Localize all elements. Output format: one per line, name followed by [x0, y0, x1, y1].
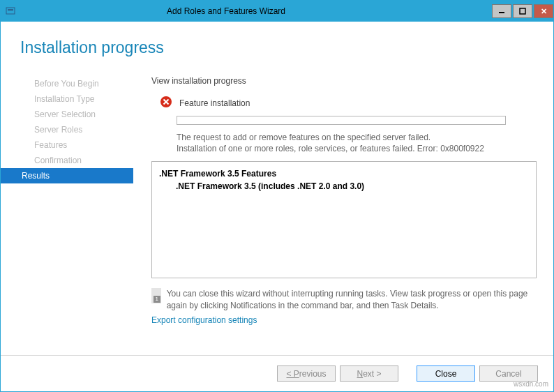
- watermark: wsxdn.com: [514, 380, 548, 388]
- sidebar-item-results[interactable]: Results: [1, 168, 133, 183]
- window-controls: ✕: [491, 4, 553, 18]
- footer: < Previous Next > Close Cancel: [1, 355, 553, 391]
- error-line-2: Installation of one or more roles, role …: [177, 144, 484, 153]
- previous-button: < Previous: [277, 365, 336, 382]
- close-button[interactable]: ✕: [534, 4, 553, 18]
- svg-rect-4: [520, 8, 525, 14]
- error-line-1: The request to add or remove features on…: [177, 133, 431, 142]
- feature-parent: .NET Framework 3.5 Features: [159, 169, 276, 179]
- page-heading: Installation progress: [1, 22, 553, 66]
- info-text: You can close this wizard without interr…: [167, 288, 537, 310]
- sidebar-item-before-you-begin: Before You Begin: [1, 76, 133, 91]
- features-list: .NET Framework 3.5 Features .NET Framewo…: [151, 161, 537, 278]
- sidebar: Before You Begin Installation Type Serve…: [1, 72, 133, 355]
- body: Before You Begin Installation Type Serve…: [1, 66, 553, 355]
- close-wizard-button[interactable]: Close: [417, 365, 475, 382]
- info-row: 1 You can close this wizard without inte…: [151, 288, 537, 310]
- progress-bar: [177, 116, 506, 125]
- content-area: Installation progress Before You Begin I…: [1, 22, 553, 391]
- flag-icon: 1: [151, 288, 161, 303]
- sidebar-item-server-roles: Server Roles: [1, 122, 133, 137]
- next-button: Next >: [340, 365, 398, 382]
- error-icon: [160, 96, 172, 110]
- sidebar-item-confirmation: Confirmation: [1, 153, 133, 168]
- titlebar: Add Roles and Features Wizard ✕: [1, 1, 553, 22]
- status-label: Feature installation: [179, 98, 250, 108]
- maximize-button[interactable]: [513, 4, 532, 18]
- main-subtitle: View installation progress: [151, 76, 537, 86]
- sidebar-item-features: Features: [1, 137, 133, 153]
- sidebar-item-installation-type: Installation Type: [1, 91, 133, 107]
- cancel-button: Cancel: [479, 365, 538, 382]
- minimize-button[interactable]: [492, 4, 511, 18]
- main-panel: View installation progress Feature insta…: [133, 72, 553, 355]
- error-message: The request to add or remove features on…: [151, 132, 521, 154]
- feature-child: .NET Framework 3.5 (includes .NET 2.0 an…: [176, 181, 364, 191]
- status-row: Feature installation: [151, 96, 537, 110]
- sidebar-item-server-selection: Server Selection: [1, 107, 133, 122]
- export-config-link[interactable]: Export configuration settings: [151, 311, 537, 325]
- window-title: Add Roles and Features Wizard: [0, 6, 491, 16]
